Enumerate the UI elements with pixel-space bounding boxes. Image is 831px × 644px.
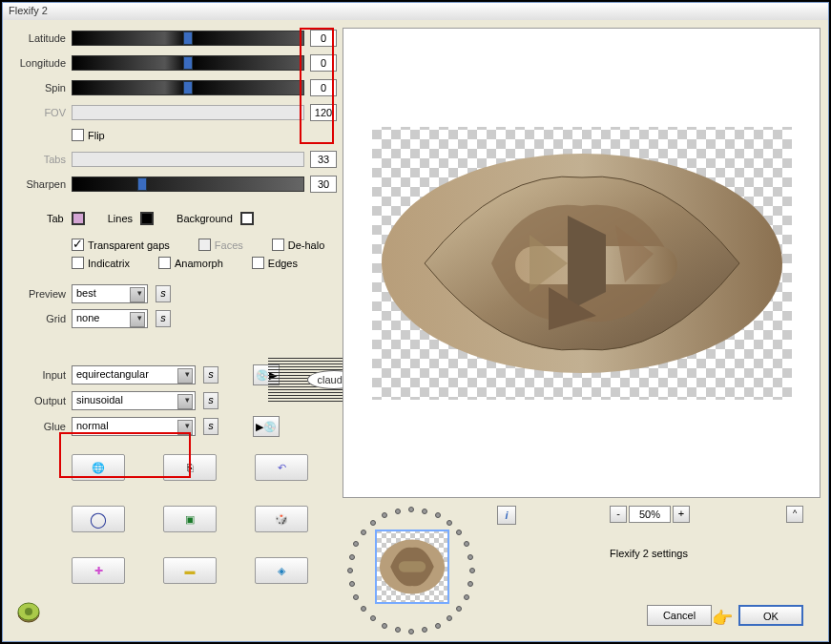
latitude-label: Latitude (9, 32, 66, 44)
thumbnail-preview[interactable] (375, 530, 449, 604)
flip-check[interactable]: Flip (72, 129, 105, 141)
settings-label: Flexify 2 settings (610, 548, 688, 559)
latitude-slider[interactable] (72, 31, 304, 46)
zoom-out-button[interactable]: - (610, 506, 627, 523)
undo-icon: ↶ (278, 462, 286, 474)
input-select[interactable]: equirectangular (72, 365, 196, 384)
window-titlebar[interactable]: Flexify 2 (3, 3, 828, 20)
tab-color-swatch[interactable] (72, 212, 85, 225)
spin-label: Spin (9, 82, 66, 93)
tabs-input[interactable] (310, 151, 337, 168)
glue-label: Glue (9, 421, 66, 432)
sharpen-slider[interactable] (72, 177, 304, 192)
grid-select[interactable]: none (72, 309, 148, 328)
ok-button[interactable]: 👉 OK (738, 605, 803, 626)
bg-color-swatch[interactable] (240, 212, 254, 225)
grid-label: Grid (9, 313, 66, 324)
input-s-btn[interactable]: s (203, 366, 218, 384)
preview-select[interactable]: best (72, 284, 148, 303)
dehalo-check[interactable]: De-halo (272, 239, 325, 251)
fov-label: FOV (9, 107, 66, 118)
tool-copy[interactable]: ⎘ (163, 454, 217, 481)
collapse-button[interactable]: ^ (786, 506, 803, 523)
longitude-slider[interactable] (72, 55, 304, 71)
zoom-display: 50% (629, 506, 671, 523)
glue-s-btn[interactable]: s (203, 418, 218, 435)
tool-globe[interactable]: 🌐 (72, 454, 125, 481)
transparent-gaps-check[interactable]: Transparent gaps (72, 239, 170, 251)
edges-check[interactable]: Edges (252, 257, 298, 269)
tabs-label: Tabs (9, 154, 66, 165)
output-label: Output (9, 395, 66, 406)
latitude-input[interactable] (310, 30, 337, 47)
longitude-label: Longitude (9, 57, 66, 69)
sharpen-input[interactable] (310, 176, 337, 193)
lines-color-label: Lines (108, 213, 133, 224)
output-s-btn[interactable]: s (203, 392, 218, 409)
play-disc-icon: ▶💿 (256, 421, 277, 433)
glue-select[interactable]: normal (72, 417, 196, 436)
anamorph-check[interactable]: Anamorph (158, 257, 223, 269)
sharpen-label: Sharpen (9, 178, 66, 190)
cancel-button[interactable]: Cancel (647, 605, 712, 626)
fov-input[interactable] (310, 104, 337, 121)
svg-point-6 (25, 608, 32, 615)
tabs-slider (72, 152, 304, 167)
copy-icon: ⎘ (187, 462, 194, 473)
preview-label: Preview (9, 288, 66, 300)
output-select[interactable]: sinusoidal (72, 391, 196, 410)
lines-color-swatch[interactable] (140, 212, 154, 225)
zoom-in-button[interactable]: + (673, 506, 690, 523)
info-button[interactable]: i (497, 506, 516, 525)
preview-s-btn[interactable]: s (156, 285, 171, 302)
globe-icon: 🌐 (92, 462, 105, 474)
bg-color-label: Background (177, 213, 233, 224)
preview-panel (343, 28, 821, 498)
tape-icon[interactable] (16, 599, 41, 624)
faces-check: Faces (198, 239, 243, 251)
tool-undo[interactable]: ↶ (255, 454, 308, 481)
grid-s-btn[interactable]: s (156, 310, 171, 327)
fov-slider (72, 105, 304, 120)
pointer-icon: 👉 (712, 609, 733, 628)
preview-canvas[interactable] (372, 127, 792, 400)
tab-color-label: Tab (47, 213, 64, 224)
indicatrix-check[interactable]: Indicatrix (72, 257, 130, 269)
spin-input[interactable] (310, 79, 337, 96)
spin-slider[interactable] (72, 80, 304, 95)
play-glue-btn[interactable]: ▶💿 (253, 416, 280, 437)
thumbnail-ring (346, 506, 476, 635)
window-title: Flexify 2 (9, 5, 48, 16)
input-label: Input (9, 369, 66, 381)
preview-shape (377, 139, 787, 387)
longitude-input[interactable] (310, 54, 337, 72)
svg-rect-3 (399, 561, 426, 571)
